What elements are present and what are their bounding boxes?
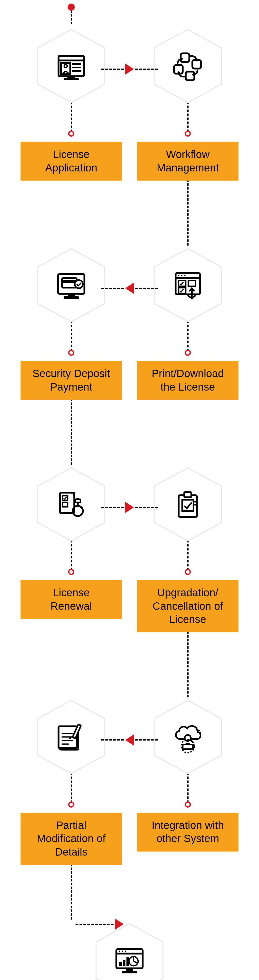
connector-dot: [185, 350, 191, 356]
arrow-row2-left: [101, 283, 158, 294]
vertical-connector: [187, 180, 188, 246]
node-security-deposit-payment: Security DepositPayment: [21, 247, 122, 400]
connector-dot: [68, 569, 74, 575]
vertical-connector: [71, 399, 72, 465]
label-license-renewal: LicenseRenewal: [21, 580, 122, 619]
node-partial-modification: PartialModification ofDetails: [21, 699, 122, 865]
integration-other-system-icon: [170, 719, 205, 755]
node-integration-other-system: Integration withother System: [137, 699, 238, 851]
row-2: Security DepositPayment Print/Downloadth…: [21, 247, 238, 400]
node-upgradation-cancellation: Upgradation/Cancellation ofLicense: [137, 466, 238, 632]
upgradation-cancellation-icon: [170, 487, 205, 522]
connector-dot: [185, 802, 191, 808]
label-license-application: LicenseApplication: [21, 142, 122, 181]
dashboard-mis-reports-icon: [112, 942, 147, 978]
connector-dot: [68, 130, 74, 137]
connector-dot: [68, 802, 74, 808]
row-3: LicenseRenewal Upgradation/Cancellation …: [21, 466, 238, 632]
arrow-row3-right: [101, 502, 158, 513]
row-1: LicenseApplication WorkflowManagement: [21, 28, 238, 181]
node-print-download-license: Print/Downloadthe License: [137, 247, 238, 400]
label-upgradation-cancellation: Upgradation/Cancellation ofLicense: [137, 580, 238, 632]
license-application-icon: [54, 48, 89, 84]
connector-dot: [185, 569, 191, 575]
arrow-left-icon: [125, 283, 134, 294]
start-dot: [68, 3, 75, 11]
workflow-diagram: LicenseApplication WorkflowManagement Se…: [0, 5, 259, 980]
row-5: Dashboard and MISReports: [79, 922, 180, 980]
print-download-license-icon: [170, 267, 205, 303]
label-workflow-management: WorkflowManagement: [137, 142, 238, 181]
node-dashboard-mis-reports: Dashboard and MISReports: [79, 922, 180, 980]
arrow-right-icon: [125, 64, 134, 75]
arrow-right-icon: [125, 502, 134, 513]
partial-modification-icon: [54, 719, 89, 755]
arrow-row1-right: [101, 64, 158, 75]
arrow-row4-left: [101, 734, 158, 746]
workflow-management-icon: [170, 48, 205, 84]
license-renewal-icon: [54, 487, 89, 522]
node-license-renewal: LicenseRenewal: [21, 466, 122, 619]
arrow-left-icon: [125, 734, 134, 746]
node-workflow-management: WorkflowManagement: [137, 28, 238, 181]
row-4: PartialModification ofDetails Integratio…: [21, 699, 238, 865]
connector-dot: [185, 130, 191, 137]
security-deposit-payment-icon: [54, 267, 89, 303]
label-print-download-license: Print/Downloadthe License: [137, 361, 238, 400]
label-partial-modification: PartialModification ofDetails: [21, 813, 122, 865]
node-license-application: LicenseApplication: [21, 28, 122, 181]
label-security-deposit-payment: Security DepositPayment: [21, 361, 122, 400]
label-integration-other-system: Integration withother System: [137, 813, 238, 851]
connector-dot: [68, 350, 74, 356]
vertical-connector: [187, 631, 188, 697]
